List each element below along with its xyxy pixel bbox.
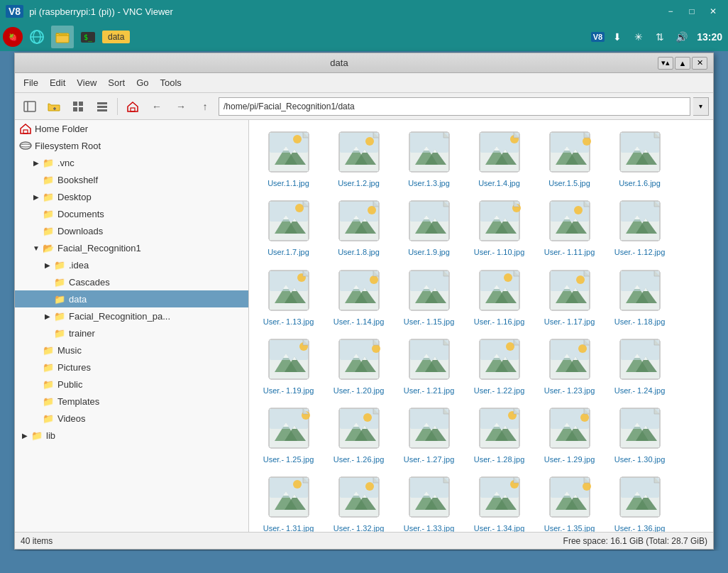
app-shade-button[interactable]: ▾▴ — [658, 57, 673, 70]
file-item[interactable]: User.- 1.28.jpg — [465, 402, 533, 468]
sidebar-item-cascades[interactable]: ▶ 📁 Cascades — [15, 273, 248, 290]
svg-rect-292 — [621, 478, 659, 498]
file-item[interactable]: User.- 1.12.jpg — [606, 195, 673, 261]
sidebar-item-lib[interactable]: ▶ 📁 lib — [15, 427, 248, 444]
menu-edit[interactable]: Edit — [44, 75, 71, 91]
app-max-button[interactable]: ▲ — [675, 57, 690, 70]
file-item[interactable]: User.- 1.30.jpg — [606, 402, 673, 468]
sidebar-filesystem-root[interactable]: Filesystem Root — [15, 137, 248, 154]
vnc-max-button[interactable]: □ — [683, 4, 701, 18]
file-item[interactable]: User.1.7.jpg — [255, 195, 322, 261]
sidebar-item-public[interactable]: ▶ 📁 Public — [15, 376, 248, 393]
file-item[interactable]: User.1.4.jpg — [465, 126, 533, 192]
new-folder-button[interactable] — [43, 97, 65, 116]
home-button[interactable] — [122, 97, 143, 116]
tree-arrow-idea[interactable]: ▶ — [42, 261, 53, 269]
svg-rect-12 — [97, 102, 107, 104]
sidebar-item-data[interactable]: ▶ 📁 data — [15, 290, 248, 307]
address-input[interactable] — [219, 97, 690, 116]
sidebar-item-facial-recognition1[interactable]: ▼ 📂 Facial_Recognition1 — [15, 239, 248, 256]
sidebar-item-desktop[interactable]: ▶ 📁 Desktop — [15, 188, 248, 205]
address-dropdown-button[interactable]: ▾ — [693, 97, 709, 116]
sidebar-home-folder[interactable]: Home Folder — [15, 120, 248, 137]
up-button[interactable]: ↑ — [194, 97, 216, 116]
vnc-close-button[interactable]: ✕ — [704, 4, 722, 18]
file-thumbnail — [407, 405, 452, 453]
sidebar-item-idea[interactable]: ▶ 📁 .idea — [15, 256, 248, 273]
tree-arrow-lib[interactable]: ▶ — [19, 432, 31, 440]
file-item[interactable]: User.- 1.21.jpg — [395, 333, 463, 399]
file-item[interactable]: User.- 1.17.jpg — [536, 264, 603, 330]
sidebar-item-music[interactable]: ▶ 📁 Music — [15, 342, 248, 359]
list-view-button[interactable] — [92, 97, 113, 116]
icon-view-button[interactable] — [67, 97, 89, 116]
file-manager-taskbar[interactable] — [51, 26, 74, 48]
sidebar-item-videos[interactable]: ▶ 📁 Videos — [15, 410, 248, 427]
file-item[interactable]: User.1.5.jpg — [536, 126, 603, 192]
menu-tools[interactable]: Tools — [155, 75, 187, 91]
menu-go[interactable]: Go — [131, 75, 154, 91]
vnc-min-button[interactable]: − — [661, 4, 680, 18]
tree-arrow-facial[interactable]: ▼ — [31, 244, 42, 252]
file-item[interactable]: User.- 1.36.jpg — [606, 471, 673, 532]
terminal-taskbar[interactable]: $_ — [77, 26, 99, 48]
sidebar-item-pictures[interactable]: ▶ 📁 Pictures — [15, 359, 248, 376]
file-item[interactable]: User.- 1.24.jpg — [606, 333, 673, 399]
file-item[interactable]: User.- 1.11.jpg — [536, 195, 603, 261]
app-close-button[interactable]: ✕ — [692, 57, 707, 70]
file-item[interactable]: User.- 1.13.jpg — [255, 264, 322, 330]
back-button[interactable]: ← — [146, 97, 167, 116]
file-item[interactable]: User.- 1.14.jpg — [325, 264, 392, 330]
folder-facial-pa-icon: 📁 — [53, 310, 66, 322]
menu-file[interactable]: File — [18, 75, 44, 91]
file-item[interactable]: User.1.6.jpg — [606, 126, 673, 192]
file-item[interactable]: User.- 1.22.jpg — [465, 333, 533, 399]
menu-sort[interactable]: Sort — [102, 75, 131, 91]
sidebar-item-vnc[interactable]: ▶ 📁 .vnc — [15, 154, 248, 171]
file-item[interactable]: User.- 1.23.jpg — [536, 333, 603, 399]
file-label: User.1.3.jpg — [408, 178, 450, 188]
file-item[interactable]: User.- 1.31.jpg — [255, 471, 322, 532]
file-item[interactable]: User.- 1.32.jpg — [325, 471, 392, 532]
file-item[interactable]: User.- 1.26.jpg — [325, 402, 392, 468]
file-item[interactable]: User.- 1.19.jpg — [255, 333, 322, 399]
file-thumbnail — [617, 337, 663, 384]
sidebar-item-trainer[interactable]: ▶ 📁 trainer — [15, 324, 248, 342]
browser-icon[interactable] — [26, 26, 48, 48]
file-item[interactable]: User.1.9.jpg — [395, 195, 463, 261]
file-item[interactable]: User.- 1.15.jpg — [395, 264, 463, 330]
tree-arrow-facial-pa[interactable]: ▶ — [42, 312, 53, 320]
file-item[interactable]: User.- 1.20.jpg — [325, 333, 392, 399]
file-item[interactable]: User.- 1.35.jpg — [536, 471, 603, 532]
folder-pictures-icon: 📁 — [42, 361, 55, 373]
tree-arrow-vnc[interactable]: ▶ — [31, 159, 42, 167]
sidebar-item-downloads[interactable]: ▶ 📁 Downloads — [15, 222, 248, 239]
menu-view[interactable]: View — [71, 75, 102, 91]
file-item[interactable]: User.- 1.33.jpg — [395, 471, 463, 532]
sidebar-item-bookshelf[interactable]: ▶ 📁 Bookshelf — [15, 171, 248, 188]
folder-desktop-icon: 📁 — [42, 190, 55, 203]
sidebar-item-templates[interactable]: ▶ 📁 Templates — [15, 393, 248, 410]
file-item[interactable]: User.- 1.16.jpg — [465, 264, 533, 330]
sidebar-item-facial-pa[interactable]: ▶ 📁 Facial_Recognition_pa... — [15, 307, 248, 324]
file-item[interactable]: User.- 1.10.jpg — [465, 195, 533, 261]
file-item[interactable]: User.- 1.25.jpg — [255, 402, 322, 468]
file-item[interactable]: User.- 1.18.jpg — [606, 264, 673, 330]
folder-breadcrumb[interactable]: data — [102, 31, 130, 43]
file-item[interactable]: User.- 1.34.jpg — [465, 471, 533, 532]
file-item[interactable]: User.- 1.29.jpg — [536, 402, 603, 468]
file-item[interactable]: User.1.1.jpg — [255, 126, 322, 192]
file-label: User.1.8.jpg — [338, 247, 380, 257]
forward-button[interactable]: → — [170, 97, 192, 116]
folder-cascades-icon: 📁 — [53, 275, 66, 288]
file-item[interactable]: User.1.8.jpg — [325, 195, 392, 261]
file-thumbnail — [617, 474, 663, 522]
file-item[interactable]: User.1.2.jpg — [325, 126, 392, 192]
file-item[interactable]: User.1.3.jpg — [395, 126, 463, 192]
tree-arrow-desktop[interactable]: ▶ — [31, 193, 42, 201]
show-sidepanel-button[interactable] — [19, 97, 40, 116]
rpi-menu-button[interactable]: 🍓 — [3, 27, 23, 47]
file-item[interactable]: User.- 1.27.jpg — [395, 402, 463, 468]
folder-videos-icon: 📁 — [42, 412, 55, 425]
sidebar-item-documents[interactable]: ▶ 📁 Documents — [15, 205, 248, 222]
